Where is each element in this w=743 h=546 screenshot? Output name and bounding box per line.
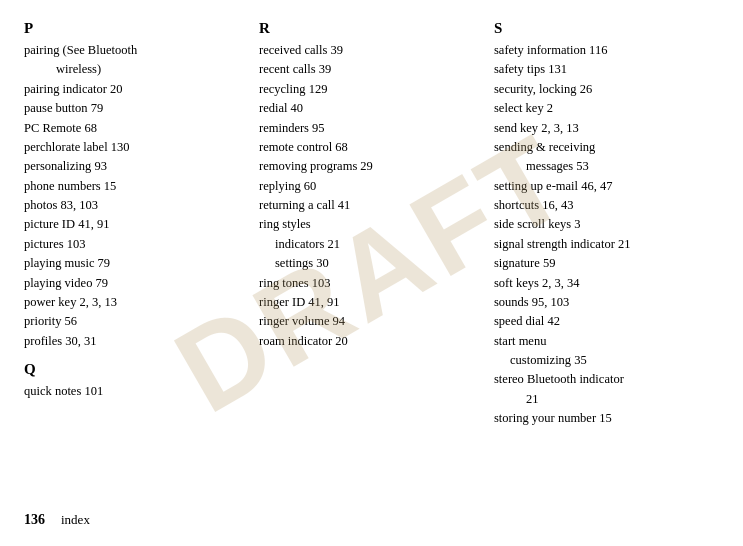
- entry-ring-styles: ring styles indicators 21 settings 30: [259, 215, 484, 273]
- entry-power-key: power key 2, 3, 13: [24, 293, 249, 312]
- letter-s: S: [494, 20, 719, 37]
- entry-recycling: recycling 129: [259, 80, 484, 99]
- entry-ringer-id: ringer ID 41, 91: [259, 293, 484, 312]
- entry-select-key: select key 2: [494, 99, 719, 118]
- letter-r: R: [259, 20, 484, 37]
- entry-priority: priority 56: [24, 312, 249, 331]
- entry-playing-video: playing video 79: [24, 274, 249, 293]
- entry-replying: replying 60: [259, 177, 484, 196]
- entry-pc-remote: PC Remote 68: [24, 119, 249, 138]
- entry-perchlorate: perchlorate label 130: [24, 138, 249, 157]
- entry-playing-music: playing music 79: [24, 254, 249, 273]
- entry-pause-button: pause button 79: [24, 99, 249, 118]
- entry-side-scroll-keys: side scroll keys 3: [494, 215, 719, 234]
- page-container: DRAFT P pairing (See Bluetoothwireless) …: [0, 0, 743, 546]
- column-p-q: P pairing (See Bluetoothwireless) pairin…: [24, 20, 259, 526]
- entry-start-menu: start menu customizing 35: [494, 332, 719, 371]
- entry-stereo-bluetooth: stereo Bluetooth indicator 21: [494, 370, 719, 409]
- entry-redial: redial 40: [259, 99, 484, 118]
- letter-p: P: [24, 20, 249, 37]
- entry-recent-calls: recent calls 39: [259, 60, 484, 79]
- entry-removing-programs: removing programs 29: [259, 157, 484, 176]
- entry-sending-receiving: sending & receiving messages 53: [494, 138, 719, 177]
- entry-pairing-indicator: pairing indicator 20: [24, 80, 249, 99]
- column-r: R received calls 39 recent calls 39 recy…: [259, 20, 494, 526]
- entry-remote-control: remote control 68: [259, 138, 484, 157]
- entry-pairing-bluetooth: pairing (See Bluetoothwireless): [24, 41, 249, 80]
- entry-quick-notes: quick notes 101: [24, 382, 249, 401]
- entry-signature: signature 59: [494, 254, 719, 273]
- column-s: S safety information 116 safety tips 131…: [494, 20, 719, 526]
- entry-personalizing: personalizing 93: [24, 157, 249, 176]
- entry-profiles: profiles 30, 31: [24, 332, 249, 351]
- entry-reminders: reminders 95: [259, 119, 484, 138]
- entry-sounds: sounds 95, 103: [494, 293, 719, 312]
- entry-phone-numbers: phone numbers 15: [24, 177, 249, 196]
- entry-setting-up-email: setting up e-mail 46, 47: [494, 177, 719, 196]
- footer-label: index: [61, 512, 90, 528]
- entry-ringer-volume: ringer volume 94: [259, 312, 484, 331]
- entry-photos: photos 83, 103: [24, 196, 249, 215]
- entry-storing-number: storing your number 15: [494, 409, 719, 428]
- entry-ring-tones: ring tones 103: [259, 274, 484, 293]
- entry-shortcuts: shortcuts 16, 43: [494, 196, 719, 215]
- entry-safety-information: safety information 116: [494, 41, 719, 60]
- entry-received-calls: received calls 39: [259, 41, 484, 60]
- entry-returning-call: returning a call 41: [259, 196, 484, 215]
- entry-picture-id: picture ID 41, 91: [24, 215, 249, 234]
- footer: 136 index: [24, 512, 90, 528]
- entry-roam-indicator: roam indicator 20: [259, 332, 484, 351]
- entry-speed-dial: speed dial 42: [494, 312, 719, 331]
- columns-wrapper: P pairing (See Bluetoothwireless) pairin…: [24, 20, 719, 526]
- footer-page-number: 136: [24, 512, 45, 528]
- entry-send-key: send key 2, 3, 13: [494, 119, 719, 138]
- entry-safety-tips: safety tips 131: [494, 60, 719, 79]
- entry-signal-strength: signal strength indicator 21: [494, 235, 719, 254]
- entry-soft-keys: soft keys 2, 3, 34: [494, 274, 719, 293]
- letter-q: Q: [24, 361, 249, 378]
- entry-security-locking: security, locking 26: [494, 80, 719, 99]
- entry-pictures: pictures 103: [24, 235, 249, 254]
